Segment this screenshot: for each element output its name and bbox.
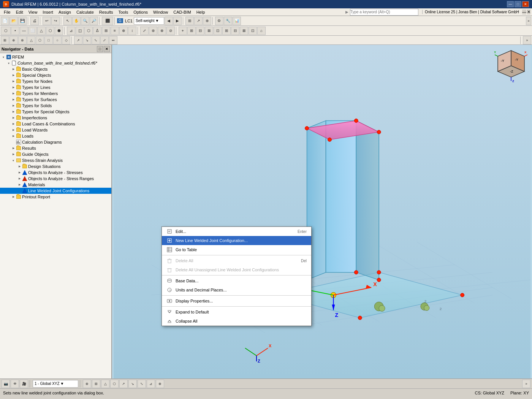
bt-snap9[interactable]: ⊗ bbox=[156, 380, 164, 388]
expand-results[interactable] bbox=[11, 146, 16, 151]
tb3-3[interactable]: ⊗ bbox=[18, 36, 27, 44]
tb2-19[interactable]: ⊘ bbox=[166, 27, 175, 35]
ctx-expand-default[interactable]: Expand to Default bbox=[162, 307, 311, 317]
tb-view-3[interactable]: ⊕ bbox=[203, 17, 211, 25]
tree-item-loads[interactable]: Loads bbox=[0, 133, 111, 139]
ctx-base-data[interactable]: Base Data... bbox=[162, 276, 311, 285]
tb-lc-next[interactable]: ▶ bbox=[173, 17, 182, 25]
menu-insert[interactable]: Insert bbox=[40, 9, 55, 15]
tb2-16[interactable]: ⤢ bbox=[140, 27, 149, 35]
tb-select[interactable]: ↖ bbox=[63, 17, 72, 25]
tb2-5[interactable]: △ bbox=[37, 27, 46, 35]
tb2-13[interactable]: ≡ bbox=[111, 27, 119, 35]
tb3-2[interactable]: ⊕ bbox=[10, 36, 18, 44]
ctx-collapse-all[interactable]: Collapse All bbox=[162, 317, 311, 326]
tb2-26[interactable]: ⊟ bbox=[231, 27, 239, 35]
tb-open[interactable]: 📂 bbox=[10, 17, 18, 25]
tb-view-1[interactable]: ⊞ bbox=[185, 17, 194, 25]
menu-options[interactable]: Options bbox=[131, 9, 150, 15]
expand-materials[interactable] bbox=[17, 182, 22, 187]
tb3-7[interactable]: ○ bbox=[53, 36, 62, 44]
menu-window[interactable]: Window bbox=[151, 9, 170, 15]
nav-float-btn[interactable]: □ bbox=[97, 46, 103, 52]
tb2-7[interactable]: ⬢ bbox=[55, 27, 63, 35]
tb3-10[interactable]: ↘ bbox=[83, 36, 91, 44]
tree-item-calc-diagrams[interactable]: Calculation Diagrams bbox=[0, 139, 111, 145]
tb-more-2[interactable]: 🔧 bbox=[224, 17, 232, 25]
tb2-28[interactable]: ⊡ bbox=[249, 27, 257, 35]
tb3-4[interactable]: △ bbox=[27, 36, 35, 44]
panel-close[interactable]: ✕ bbox=[527, 10, 530, 14]
expand-rfem[interactable] bbox=[1, 54, 6, 60]
tb-save[interactable]: 💾 bbox=[18, 17, 27, 25]
tb-lc-prev[interactable]: ◀ bbox=[165, 17, 173, 25]
bt-snap5[interactable]: ↗ bbox=[119, 380, 128, 388]
bt-snap1[interactable]: ⊕ bbox=[83, 380, 91, 388]
tb2-20[interactable]: ⌖ bbox=[179, 27, 187, 35]
expand-filename[interactable] bbox=[6, 60, 11, 66]
ctx-go-to-table[interactable]: Go to Table bbox=[162, 245, 311, 254]
tree-item-imperfections[interactable]: Imperfections bbox=[0, 115, 111, 121]
tb2-24[interactable]: ⊡ bbox=[214, 27, 222, 35]
tree-item-rfem[interactable]: R RFEM bbox=[0, 54, 111, 60]
tree-item-filename[interactable]: Column_base_with_line_weld_finished.rf6* bbox=[0, 60, 111, 66]
tb2-25[interactable]: ⊞ bbox=[222, 27, 231, 35]
tree-item-types-surfaces[interactable]: Types for Surfaces bbox=[0, 97, 111, 103]
tb2-10[interactable]: ⬡ bbox=[84, 27, 93, 35]
tb2-18[interactable]: ⊗ bbox=[158, 27, 166, 35]
panel-minimize[interactable]: — bbox=[522, 10, 526, 14]
expand-members[interactable] bbox=[11, 91, 16, 96]
expand-loads[interactable] bbox=[11, 133, 16, 139]
tb2-17[interactable]: ⊛ bbox=[149, 27, 157, 35]
tree-item-objects-stresses[interactable]: Objects to Analyze - Stresses bbox=[0, 169, 111, 176]
tb2-23[interactable]: ⊠ bbox=[205, 27, 213, 35]
tb-redo[interactable]: ↪ bbox=[51, 17, 60, 25]
bt-snap2[interactable]: ⊞ bbox=[92, 380, 100, 388]
expand-guide[interactable] bbox=[11, 152, 16, 157]
tb2-1[interactable]: ⬡ bbox=[1, 27, 11, 35]
ctx-delete-unassigned[interactable]: Delete All Unassigned Line Welded Joint … bbox=[162, 265, 311, 274]
tree-item-types-special[interactable]: Types for Special Objects bbox=[0, 109, 111, 115]
minimize-button[interactable]: — bbox=[507, 1, 514, 7]
window-controls[interactable]: — □ ✕ bbox=[507, 1, 529, 7]
nav-cube[interactable]: -Y -Y -Z X Y Z bbox=[494, 49, 528, 83]
expand-surfaces[interactable] bbox=[11, 97, 16, 102]
tb2-29[interactable]: ⌂ bbox=[257, 27, 266, 35]
tb-zoom-out[interactable]: 🔎 bbox=[90, 17, 98, 25]
tb2-9[interactable]: ◫ bbox=[76, 27, 84, 35]
menu-results[interactable]: Results bbox=[97, 9, 116, 15]
tb2-3[interactable]: — bbox=[20, 27, 28, 35]
tb-more-1[interactable]: ⚙ bbox=[215, 17, 223, 25]
bt-eye[interactable]: 👁 bbox=[11, 380, 19, 388]
tree-item-objects-stress-ranges[interactable]: Objects to Analyze - Stress Ranges bbox=[0, 176, 111, 182]
maximize-button[interactable]: □ bbox=[515, 1, 521, 7]
expand-solids[interactable] bbox=[11, 103, 16, 108]
tb-view-2[interactable]: ↗ bbox=[194, 17, 203, 25]
expand-basic[interactable] bbox=[11, 66, 16, 72]
expand-types-special[interactable] bbox=[11, 109, 16, 114]
bt-snap7[interactable]: ⤡ bbox=[138, 380, 146, 388]
tb2-21[interactable]: ⊞ bbox=[187, 27, 196, 35]
ctx-edit[interactable]: Edit... Enter bbox=[162, 227, 311, 236]
menu-tools[interactable]: Tools bbox=[116, 9, 130, 15]
expand-special[interactable] bbox=[11, 73, 16, 78]
tree-item-stress-strain[interactable]: Stress-Strain Analysis bbox=[0, 157, 111, 163]
tb2-2[interactable]: • bbox=[11, 27, 19, 35]
tree-item-design-situations[interactable]: Design Situations bbox=[0, 163, 111, 169]
bt-snap6[interactable]: ↘ bbox=[128, 380, 137, 388]
menu-view[interactable]: View bbox=[26, 9, 40, 15]
expand-design-sit[interactable] bbox=[17, 164, 22, 169]
tb2-14[interactable]: ⊕ bbox=[119, 27, 128, 35]
tb-print[interactable]: 🖨 bbox=[30, 17, 39, 25]
tb3-12[interactable]: ⤢ bbox=[100, 36, 109, 44]
menu-calculate[interactable]: Calculate bbox=[74, 9, 96, 15]
tree-item-line-welded[interactable]: Line Welded Joint Configurations bbox=[0, 188, 111, 194]
tb-new[interactable]: 📄 bbox=[1, 17, 9, 25]
expand-imperfections[interactable] bbox=[11, 115, 16, 120]
tb-zoom-in[interactable]: 🔍 bbox=[81, 17, 89, 25]
tb3-5[interactable]: ⬡ bbox=[36, 36, 44, 44]
bt-camera[interactable]: 📷 bbox=[2, 380, 10, 388]
expand-loadcases[interactable] bbox=[11, 121, 16, 127]
tb-extra[interactable]: » bbox=[526, 17, 531, 25]
tb2-27[interactable]: ⊠ bbox=[240, 27, 248, 35]
